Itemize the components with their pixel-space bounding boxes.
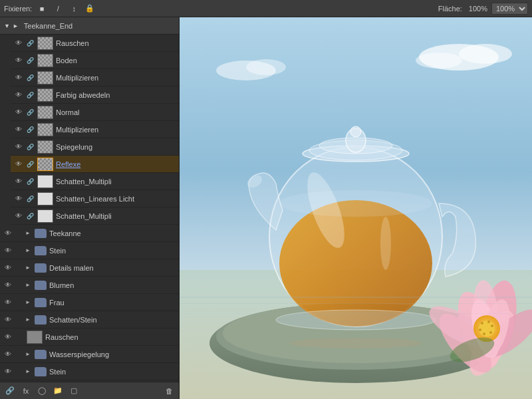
group-expand-arrow[interactable]: ► [13, 23, 19, 29]
fixieren-label: Fixieren: [4, 5, 32, 13]
eye-icon-blumen[interactable]: 👁 [3, 280, 13, 291]
eye-icon-sm2[interactable]: 👁 [13, 211, 24, 221]
layer-spiegelung[interactable]: 👁 🔗 Spiegelung [11, 138, 179, 156]
add-mask-btn[interactable]: ◯ [36, 385, 48, 397]
eye-icon-reflexe[interactable]: 👁 [13, 159, 24, 170]
link-icon-wasser [15, 350, 24, 359]
eye-icon-normal[interactable]: 👁 [13, 107, 24, 118]
folder-name-blumen: Blumen [49, 281, 176, 289]
canvas-image [180, 17, 532, 399]
folder-arrow-teekanne[interactable]: ► [25, 230, 32, 236]
layer-name-mult2: Multiplizieren [56, 126, 176, 134]
eye-icon-sm1[interactable]: 👁 [13, 176, 24, 187]
new-group-btn[interactable]: 📁 [52, 385, 64, 397]
eye-icon-frau[interactable]: 👁 [3, 297, 13, 308]
link-icon-sm1: 🔗 [25, 177, 35, 186]
eye-icon-teekanne[interactable]: 👁 [3, 228, 13, 239]
link-icon-spiegelung: 🔗 [25, 142, 35, 152]
svg-point-12 [279, 190, 432, 217]
eye-icon-mult1[interactable]: 👁 [13, 72, 24, 83]
thumb-spiegelung [37, 140, 53, 154]
svg-rect-43 [180, 313, 532, 314]
folder-icon-wasser [35, 350, 47, 359]
folder-arrow-frau[interactable]: ► [25, 299, 32, 305]
flaeche-dropdown[interactable]: 100% 75% 50% [491, 3, 528, 15]
folder-details-malen[interactable]: 👁 ► Details malen [0, 259, 179, 277]
layer-boden[interactable]: 👁 🔗 Boden [11, 52, 179, 69]
folder-stein2[interactable]: 👁 ► Stein [0, 363, 179, 380]
canvas-area [180, 17, 532, 399]
folder-name-wasser: Wasserspiegelung [49, 350, 176, 358]
layer-schatten-mult2[interactable]: 👁 🔗 Schatten_Multipli [11, 207, 179, 225]
folder-arrow-stein2[interactable]: ► [25, 368, 32, 374]
new-layer-btn[interactable]: ▢ [68, 385, 80, 397]
lock-position-btn[interactable]: ↕ [68, 3, 80, 15]
folder-arrow-wasser[interactable]: ► [25, 351, 32, 357]
eye-icon-wasser[interactable]: 👁 [3, 349, 13, 360]
eye-icon-rauschen2[interactable]: 👁 [3, 332, 13, 342]
folder-frau[interactable]: 👁 ► Frau [0, 294, 179, 311]
link-icon-rauschen2 [15, 332, 24, 342]
folder-icon-frau [35, 298, 47, 307]
delete-layer-btn[interactable]: 🗑 [163, 385, 175, 397]
flaeche-value: 100% [469, 5, 487, 13]
eye-icon-rauschen[interactable]: 👁 [13, 38, 24, 49]
eye-icon-schatten-stein[interactable]: 👁 [3, 315, 13, 325]
svg-point-11 [279, 200, 432, 327]
eye-icon-stein[interactable]: 👁 [3, 245, 13, 256]
folder-arrow-schatten-stein[interactable]: ► [25, 317, 32, 323]
layer-rauschen[interactable]: 👁 🔗 Rauschen [11, 35, 179, 52]
eye-icon-details[interactable]: 👁 [3, 263, 13, 273]
folder-schatten-stein[interactable]: 👁 ► Schatten/Stein [0, 311, 179, 329]
eye-icon-mult2[interactable]: 👁 [13, 124, 24, 135]
lock-image-btn[interactable]: / [52, 3, 64, 15]
svg-point-37 [483, 332, 485, 335]
layer-schatten-mult1[interactable]: 👁 🔗 Schatten_Multipli [11, 173, 179, 190]
lock-pixels-btn[interactable]: ■ [36, 3, 48, 15]
layer-name-rauschen: Rauschen [56, 39, 176, 47]
folder-arrow-blumen[interactable]: ► [25, 282, 32, 288]
layers-group-header[interactable]: ▼ ► Teekanne_End [0, 17, 179, 35]
flaeche-label: Fläche: [438, 5, 462, 13]
folder-wasserspiegelung[interactable]: 👁 ► Wasserspiegelung [0, 346, 179, 363]
folder-blumen[interactable]: 👁 ► Blumen [0, 277, 179, 294]
layer-name-mult1: Multiplizieren [56, 74, 176, 82]
layer-rauschen2[interactable]: 👁 Rauschen [0, 329, 179, 346]
top-toolbar: Fixieren: ■ / ↕ 🔒 Fläche: 100% 100% 75% … [0, 0, 532, 17]
svg-point-14 [380, 217, 391, 270]
layer-normal[interactable]: 👁 🔗 Normal [11, 104, 179, 121]
folder-teekanne[interactable]: 👁 ► Teekanne [0, 225, 179, 242]
layer-multiplizieren2[interactable]: 👁 🔗 Multiplizieren [11, 121, 179, 138]
svg-point-21 [276, 310, 436, 330]
folder-arrow-details[interactable]: ► [25, 265, 32, 271]
svg-point-36 [489, 331, 492, 334]
link-icon-mult1: 🔗 [25, 73, 35, 82]
thumb-farbig [37, 88, 53, 102]
svg-rect-41 [180, 297, 532, 298]
eye-icon-boden[interactable]: 👁 [13, 55, 24, 66]
layer-schatten-lineares[interactable]: 👁 🔗 Schatten_Lineares Licht [11, 190, 179, 207]
group-collapse-arrow[interactable]: ▼ [4, 23, 10, 29]
link-icon-details [15, 263, 24, 273]
folder-icon-stein2 [35, 367, 47, 376]
fx-btn[interactable]: fx [20, 385, 32, 397]
layer-reflexe[interactable]: 👁 🔗 Reflexe [11, 156, 179, 173]
layer-multiplizieren1[interactable]: 👁 🔗 Multiplizieren [11, 69, 179, 86]
link-layers-btn[interactable]: 🔗 [4, 385, 16, 397]
layer-farbig-abwedeln[interactable]: 👁 🔗 Farbig abwedeln [11, 86, 179, 104]
thumb-rauschen2 [27, 331, 43, 344]
svg-point-40 [289, 338, 422, 348]
eye-icon-spiegelung[interactable]: 👁 [13, 142, 24, 152]
folder-arrow-stein[interactable]: ► [25, 247, 32, 253]
thumb-reflexe [37, 158, 53, 171]
folder-stein[interactable]: 👁 ► Stein [0, 242, 179, 259]
folder-icon-schatten-stein [35, 315, 47, 325]
eye-icon-farbig[interactable]: 👁 [13, 90, 24, 100]
link-icon-teekanne [15, 229, 24, 238]
lock-all-btn[interactable]: 🔒 [84, 3, 96, 15]
layer-name-spiegelung: Spiegelung [56, 143, 176, 151]
eye-icon-sl[interactable]: 👁 [13, 194, 24, 204]
layer-name-sm1: Schatten_Multipli [56, 178, 176, 186]
link-icon-rauschen: 🔗 [25, 39, 35, 48]
eye-icon-stein2[interactable]: 👁 [3, 366, 13, 377]
